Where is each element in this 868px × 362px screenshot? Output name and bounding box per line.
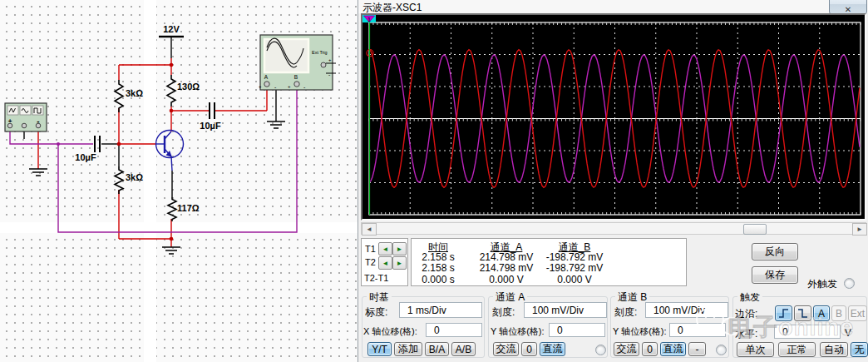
timebase-title: 时基 [367,290,392,305]
rising-edge-icon [778,308,789,319]
resistor-130-label: 130Ω [177,82,200,92]
app-root: { "window": {"title": "示波器-XSC1"}, "icon… [0,0,868,362]
channel-b-dc-button[interactable]: 直流 [660,342,686,356]
falling-edge-button[interactable] [794,305,811,321]
timebase-scale-label: 标度: [365,305,387,320]
horizontal-scrollbar[interactable]: ◄ ► [361,222,866,235]
trigger-group: 触发 边沿: A B Ext 水平: 0 V 单次 正常 自动 无 [732,296,867,358]
trigger-edge-label: 边沿: [735,307,757,321]
scroll-left-icon: ◄ [366,226,372,233]
purple-wires[interactable] [10,87,297,232]
trigger-level-input[interactable]: 0 [774,325,841,339]
add-mode-button[interactable]: 添加 [394,342,422,356]
arrow-left-icon: ◄ [382,260,389,267]
oscilloscope-icon[interactable]: Ext Trig + - A B + - + - [259,35,336,90]
ground-scope[interactable] [267,121,285,128]
channel-a-offset-input[interactable]: 0 [549,323,605,337]
trigger-level-label: 水平: [735,327,757,341]
ground-emitter[interactable] [162,247,180,254]
t2-left-button[interactable]: ◄ [378,256,392,270]
transistor-npn[interactable] [156,131,184,171]
channel-a-scale-label: 刻度: [492,305,515,320]
schematic-canvas[interactable]: 12V [0,0,358,362]
resistor-3k-upper[interactable] [115,80,123,112]
channel-a-dc-button[interactable]: 直流 [540,342,565,356]
timebase-scale-input[interactable]: 1 ms/Div [399,302,482,318]
capacitor-output[interactable] [210,102,215,119]
t2-channel-b: -198.792 mV [535,262,614,274]
trigger-source-b-button[interactable]: B [831,305,846,321]
junction-dot-purple [57,142,60,146]
scope-display[interactable]: 1 [362,15,865,219]
cursor-t2t1-label: T2-T1 [364,273,388,283]
trigger-single-button[interactable]: 单次 [737,342,774,357]
rising-edge-button[interactable] [775,305,792,321]
resistor-117-label: 117Ω [177,203,200,213]
timebase-offset-input[interactable]: 0 [426,323,482,337]
window-titlebar[interactable]: 示波器-XSC1 [358,0,868,13]
t1-channel-b: -198.792 mV [535,251,614,263]
trigger-source-a-button[interactable]: A [813,305,830,321]
channel-a-scale-input[interactable]: 100 mV/Div [524,302,607,318]
channel-b-scale-label: 刻度: [614,305,637,320]
b-plus: + [288,84,291,89]
channel-a-ac-button[interactable]: 交流 [493,342,519,356]
vcc-symbol[interactable]: 12V [159,24,184,58]
reverse-button[interactable]: 反向 [752,243,798,260]
delta-channel-b: 0.000 V [535,274,614,285]
cursor-1-number: 1 [367,17,371,22]
channel-b-zero-button[interactable]: 0 [642,342,658,356]
trigger-level-unit: V [845,327,851,339]
ext-plus: + [328,57,332,62]
channel-b-offset-label: Y 轴位移(格): [613,325,667,338]
resistor-3k-lower-label: 3kΩ [126,172,143,182]
scope-terminal-a[interactable] [264,82,269,87]
channel-b-ac-button[interactable]: 交流 [614,342,639,356]
channel-a-title: 通道 A [493,290,527,305]
t1-left-button[interactable]: ◄ [378,242,392,255]
cursor-1-handle[interactable]: 1 [362,15,376,22]
capacitor-input[interactable] [95,136,100,152]
black-wires[interactable] [24,87,276,197]
cursor-t1-label: T1 [365,244,376,254]
timebase-group: 时基 标度: 1 ms/Div X 轴位移(格): 0 Y/T 添加 B/A A… [362,296,485,358]
fg-triangle-wave-button[interactable] [7,106,18,115]
fg-terminal-common[interactable] [22,123,27,128]
save-button[interactable]: 保存 [752,266,798,284]
channel-a-group: 通道 A 刻度: 100 mV/Div Y 轴位移(格): 0 交流 0 直流 [488,296,608,358]
channel-b-offset-input[interactable]: 0 [669,323,726,337]
channel-b-group: 通道 B 刻度: 100 mV/Div Y 轴位移(格): 0 交流 0 直流 … [610,296,729,358]
scroll-left-button[interactable]: ◄ [362,223,377,236]
capacitor-input-label: 10µF [75,152,96,162]
scope-terminal-b[interactable] [294,82,299,87]
readout-table: 时间 通道_A 通道_B 2.158 s 214.798 mV -198.792… [411,238,687,286]
trigger-normal-button[interactable]: 正常 [778,342,816,357]
timebase-offset-label: X 轴位移(格): [363,325,417,338]
red-wires[interactable] [38,58,267,247]
ext-trig-terminal[interactable] [321,62,326,67]
trigger-source-ext-button[interactable]: Ext [848,305,867,321]
trigger-none-button[interactable]: 无 [851,342,868,357]
channel-a-indicator[interactable] [595,345,606,355]
cursor-t2-label: T2 [365,257,376,267]
ext-trig-label: Ext Trig [312,50,328,55]
channel-a-zero-button[interactable]: 0 [521,342,537,356]
ext-trigger-radio[interactable] [844,278,855,289]
channel-b-invert-button[interactable]: - [688,342,706,356]
resistor-3k-upper-label: 3kΩ [126,88,143,98]
resistor-117ohm[interactable] [168,197,176,221]
fg-terminal-plus[interactable] [7,123,12,128]
function-generator[interactable]: + - [5,103,47,131]
channel-a-offset-label: Y 轴位移(格): [491,325,545,338]
trigger-auto-button[interactable]: 自动 [820,342,848,357]
resistor-130ohm[interactable] [167,75,175,107]
channel-b-indicator[interactable] [716,345,727,355]
fg-terminal-minus[interactable] [36,123,41,128]
ground-fg[interactable] [29,169,47,176]
channel-b-scale-input[interactable]: 100 mV/Div [645,302,728,318]
ab-mode-button[interactable]: A/B [451,342,476,356]
ba-mode-button[interactable]: B/A [425,342,449,356]
scrollbar-thumb[interactable] [743,224,767,235]
scroll-right-button[interactable]: ► [852,223,867,236]
yt-mode-button[interactable]: Y/T [367,342,392,356]
